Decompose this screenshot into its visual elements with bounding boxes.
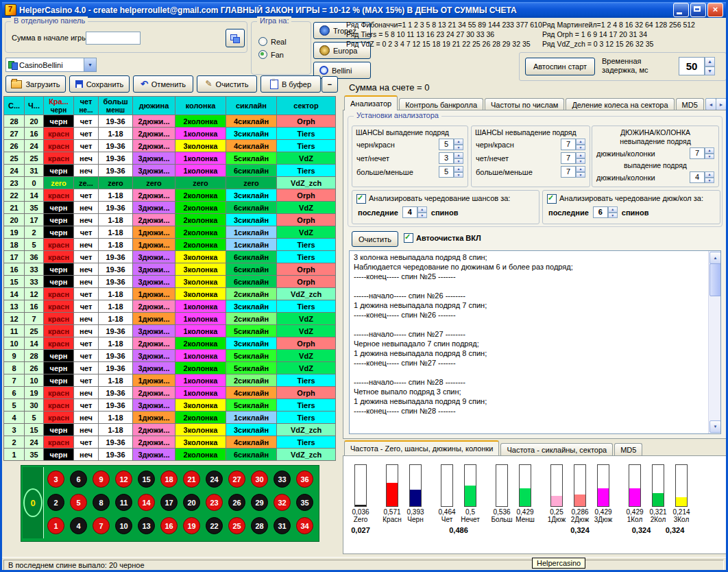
roulette-number-10[interactable]: 10 bbox=[115, 517, 132, 534]
spinner-value[interactable]: 4 bbox=[690, 171, 705, 183]
spinner-down-icon[interactable] bbox=[576, 145, 585, 151]
spinner-down-icon[interactable] bbox=[576, 158, 585, 165]
table-row[interactable]: 135черннеч19-363дюжи...2колонка6сиклайнV… bbox=[4, 449, 336, 461]
roulette-number-3[interactable]: 3 bbox=[47, 470, 64, 488]
action-button-undo[interactable]: ↶Отменить bbox=[133, 75, 193, 93]
spinner-value[interactable]: 5 bbox=[439, 166, 454, 178]
roulette-number-26[interactable]: 26 bbox=[228, 494, 245, 511]
roulette-number-23[interactable]: 23 bbox=[206, 494, 223, 511]
spins-count-spinner[interactable]: 4 bbox=[402, 206, 427, 218]
freq-tab-2[interactable]: Частота - сиклайны, сектора bbox=[500, 443, 613, 455]
clear-analyzer-button[interactable]: Очистить bbox=[352, 231, 398, 247]
roulette-number-28[interactable]: 28 bbox=[251, 517, 268, 534]
table-row[interactable]: 928чернчет19-363дюжи...1колонка5сиклайнV… bbox=[4, 350, 336, 362]
table-row[interactable]: 1125красннеч19-363дюжи...1колонка5сиклай… bbox=[4, 325, 336, 337]
table-row[interactable]: 1736краснчет19-363дюжи...3колонка6сиклай… bbox=[4, 251, 336, 263]
minimize-button[interactable] bbox=[673, 3, 689, 17]
setting-spinner[interactable]: 7 bbox=[561, 139, 585, 150]
spinner-value[interactable]: 3 bbox=[439, 152, 454, 164]
table-row[interactable]: 2214краснчет1-182дюжи...2колонка3сиклайн… bbox=[4, 189, 336, 202]
action-button-open-folder[interactable]: Загрузить bbox=[5, 75, 66, 93]
spinner-up-icon[interactable] bbox=[576, 166, 585, 172]
spins-count-spinner[interactable]: 6 bbox=[593, 206, 618, 218]
tab-scroll-left-icon[interactable] bbox=[705, 98, 716, 110]
roulette-number-15[interactable]: 15 bbox=[138, 470, 155, 488]
roulette-number-20[interactable]: 20 bbox=[183, 494, 200, 511]
spinner-value[interactable]: 7 bbox=[561, 166, 576, 178]
freq-tab-3[interactable]: MD5 bbox=[614, 443, 642, 455]
roulette-number-7[interactable]: 7 bbox=[93, 517, 110, 534]
radio-icon[interactable] bbox=[258, 50, 267, 59]
maximize-button[interactable] bbox=[690, 3, 706, 17]
roulette-number-4[interactable]: 4 bbox=[70, 517, 87, 534]
spinner-down-icon[interactable] bbox=[705, 154, 714, 160]
close-button[interactable]: × bbox=[707, 3, 723, 17]
combo-dropdown-icon[interactable] bbox=[84, 58, 96, 71]
scroll-up-icon[interactable] bbox=[709, 252, 721, 264]
table-row[interactable]: 710чернчет1-181дюжи...1колонка2сиклайнTi… bbox=[4, 374, 336, 387]
table-row[interactable]: 185красннеч1-181дюжи...2колонка1сиклайнT… bbox=[4, 239, 336, 251]
collapse-button[interactable]: − bbox=[321, 76, 338, 93]
alternation-chances-checkbox[interactable] bbox=[356, 194, 366, 204]
log-scrollbar[interactable] bbox=[708, 251, 720, 433]
table-row[interactable]: 45красннеч1-181дюжи...2колонка1сиклайнTi… bbox=[4, 412, 336, 424]
roulette-number-2[interactable]: 2 bbox=[47, 494, 64, 511]
roulette-number-6[interactable]: 6 bbox=[70, 470, 87, 488]
roulette-number-33[interactable]: 33 bbox=[274, 470, 291, 488]
setting-spinner[interactable]: 3 bbox=[439, 152, 463, 164]
tab-5[interactable]: MD5 bbox=[676, 98, 704, 110]
table-row[interactable]: 2525красннеч19-363дюжи...1колонка5сиклай… bbox=[4, 152, 336, 165]
roulette-number-30[interactable]: 30 bbox=[251, 470, 268, 488]
detach-panel-button[interactable] bbox=[226, 29, 245, 47]
analyzer-log[interactable]: 3 колонка невыпадала подряд 8 спин; Набл… bbox=[349, 250, 721, 434]
autoclear-checkbox[interactable] bbox=[404, 233, 413, 243]
action-button-save-disk[interactable]: Сохранить bbox=[69, 75, 130, 93]
table-row[interactable]: 192чернчет1-181дюжи...2колонка1сиклайнVd… bbox=[4, 226, 336, 239]
spinner-down-icon[interactable] bbox=[454, 145, 463, 151]
spinner-up-icon[interactable] bbox=[705, 147, 714, 154]
table-row[interactable]: 1316краснчет1-182дюжи...1колонка3сиклайн… bbox=[4, 300, 336, 313]
radio-Real[interactable]: Real bbox=[258, 37, 287, 46]
setting-spinner[interactable]: 7 bbox=[561, 166, 585, 178]
spinner-value[interactable]: 7 bbox=[690, 147, 705, 159]
roulette-number-36[interactable]: 36 bbox=[296, 470, 313, 488]
action-button-clipboard[interactable]: В буфер bbox=[260, 75, 321, 93]
roulette-number-24[interactable]: 24 bbox=[206, 470, 223, 488]
roulette-number-22[interactable]: 22 bbox=[206, 517, 223, 534]
table-row[interactable]: 2017черннеч1-182дюжи...2колонка3сиклайнO… bbox=[4, 214, 336, 226]
tab-3[interactable]: Частоты по числам bbox=[485, 98, 564, 110]
spinner-down-icon[interactable] bbox=[608, 213, 618, 219]
table-row[interactable]: 619красннеч19-362дюжи...1колонка4сиклайн… bbox=[4, 387, 336, 399]
roulette-number-18[interactable]: 18 bbox=[160, 470, 178, 488]
roulette-zero[interactable]: 0 bbox=[23, 467, 44, 538]
table-row[interactable]: 2135черннеч19-363дюжи...2колонка6сиклайн… bbox=[4, 202, 336, 214]
history-table[interactable]: С...Ч...Кра...чернчетне...большменшдюжин… bbox=[3, 96, 336, 461]
table-row[interactable]: 2431черннеч19-363дюжи...1колонка6сиклайн… bbox=[4, 165, 336, 177]
table-row[interactable]: 1412краснчет1-181дюжи...3колонка2сиклайн… bbox=[4, 288, 336, 300]
spinner-value[interactable]: 7 bbox=[561, 152, 576, 164]
table-row[interactable]: 2624краснчет19-362дюжи...3колонка4сиклай… bbox=[4, 140, 336, 152]
roulette-number-31[interactable]: 31 bbox=[274, 517, 291, 534]
setting-spinner[interactable]: 7 bbox=[690, 147, 714, 159]
table-row[interactable]: 1633черннеч19-363дюжи...3колонка6сиклайн… bbox=[4, 263, 336, 276]
roulette-number-14[interactable]: 14 bbox=[138, 494, 155, 511]
table-row[interactable]: 530краснчет19-363дюжи...3колонка5сиклайн… bbox=[4, 399, 336, 412]
table-row[interactable]: 2820чернчет19-362дюжи...2колонка4сиклайн… bbox=[4, 115, 336, 128]
spinner-up-icon[interactable] bbox=[705, 171, 714, 178]
radio-icon[interactable] bbox=[258, 37, 267, 46]
roulette-number-8[interactable]: 8 bbox=[93, 494, 110, 511]
setting-spinner[interactable]: 5 bbox=[439, 139, 463, 150]
tab-4[interactable]: Деление колеса на сектора bbox=[566, 98, 674, 110]
table-row[interactable]: 224краснчет19-362дюжи...3колонка4сиклайн… bbox=[4, 436, 336, 449]
roulette-number-11[interactable]: 11 bbox=[115, 494, 132, 511]
spinner-up-icon[interactable] bbox=[576, 152, 585, 158]
tab-scroll-right-icon[interactable] bbox=[716, 98, 727, 110]
spinner-value[interactable]: 6 bbox=[593, 206, 608, 218]
table-row[interactable]: 127красннеч1-181дюжи...1колонка2сиклайнV… bbox=[4, 313, 336, 325]
table-row[interactable]: 315черннеч1-182дюжи...3колонка3сиклайнVd… bbox=[4, 424, 336, 436]
roulette-number-32[interactable]: 32 bbox=[274, 494, 291, 511]
scroll-thumb[interactable] bbox=[709, 263, 721, 296]
start-sum-input[interactable] bbox=[86, 32, 141, 45]
roulette-number-19[interactable]: 19 bbox=[183, 517, 200, 534]
setting-spinner[interactable]: 4 bbox=[690, 171, 714, 183]
